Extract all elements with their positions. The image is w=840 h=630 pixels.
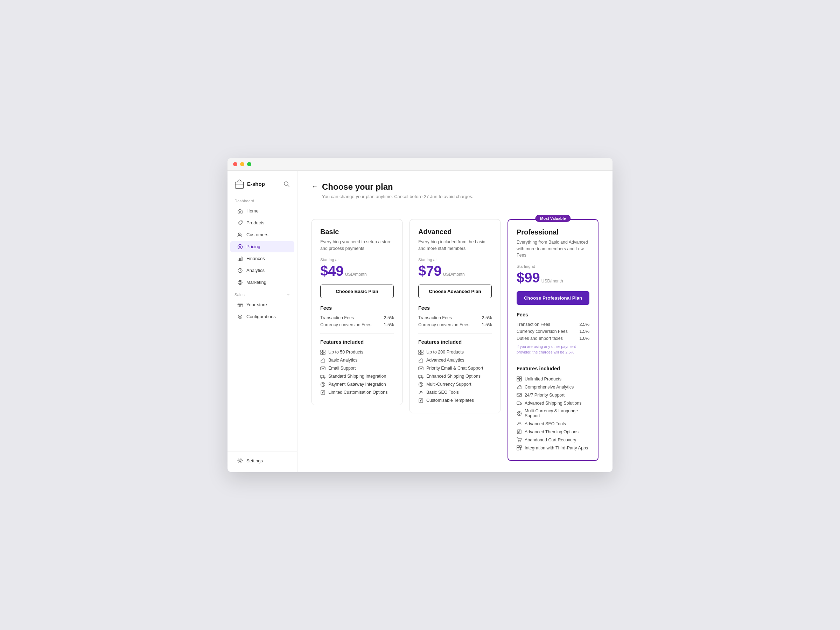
feature-item: Unlimited Products	[516, 375, 589, 383]
features-title-basic: Features included	[320, 339, 394, 345]
svg-point-5	[239, 233, 240, 235]
svg-rect-34	[422, 350, 423, 352]
feature-label: Enhanced Shipping Options	[426, 374, 480, 379]
header-divider	[311, 209, 598, 209]
fee-value: 1.5%	[482, 322, 492, 327]
feature-icon-shipping	[418, 374, 423, 379]
price-amount-advanced: $79	[418, 263, 442, 279]
sidebar-item-settings-label: Settings	[246, 458, 287, 463]
sales-chevron-icon	[287, 293, 290, 297]
sidebar-item-your-store[interactable]: Your store	[230, 299, 294, 311]
fee-label: Currency conversion Fees	[418, 322, 469, 327]
features-section-professional: Features included Unlimited Products Com…	[516, 366, 589, 452]
sidebar-item-home[interactable]: Home	[230, 205, 294, 217]
choose-btn-professional[interactable]: Choose Professional Plan	[516, 291, 589, 305]
price-period-professional: USD/month	[542, 279, 563, 284]
search-icon[interactable]	[283, 181, 290, 188]
feature-item: Customisable Templates	[418, 396, 492, 404]
starting-at-advanced: Starting at	[418, 257, 492, 262]
feature-label: Multi-Currency & Language Support	[525, 409, 589, 418]
sidebar-item-finances-label: Finances	[246, 256, 287, 261]
feature-item: Payment Gateway Integration	[320, 381, 394, 388]
home-icon	[237, 208, 243, 214]
feature-label: Advanced SEO Tools	[525, 422, 566, 426]
sliders-icon	[237, 314, 243, 319]
svg-rect-10	[241, 257, 242, 261]
dot-green[interactable]	[247, 162, 251, 166]
sidebar-item-pricing[interactable]: $ Pricing	[230, 241, 294, 253]
target-icon	[237, 279, 243, 285]
feature-icon-grid	[418, 350, 423, 355]
feature-icon-email	[516, 392, 522, 398]
fee-row: Transaction Fees 2.5%	[320, 314, 394, 321]
svg-rect-0	[235, 182, 243, 188]
fee-row: Currency conversion Fees 1.5%	[516, 328, 589, 335]
svg-rect-48	[517, 379, 519, 382]
feature-label: Payment Gateway Integration	[328, 382, 386, 387]
fees-divider-professional	[516, 360, 589, 360]
svg-rect-62	[520, 445, 522, 448]
users-icon	[237, 232, 243, 238]
svg-rect-22	[321, 352, 323, 355]
feature-icon-seo	[418, 390, 423, 395]
svg-rect-8	[238, 259, 239, 261]
sidebar-item-configurations[interactable]: Configurations	[230, 311, 294, 322]
plan-card-advanced: Advanced Everything included from the ba…	[409, 219, 501, 413]
svg-rect-21	[324, 350, 325, 352]
feature-item: Email Support	[320, 364, 394, 373]
feature-item: 24/7 Priority Support	[516, 391, 589, 399]
feature-item: Integration with Third-Party Apps	[516, 444, 589, 452]
sidebar-item-customers[interactable]: Customers	[230, 229, 294, 240]
fee-note: If you are using any other payment provi…	[516, 344, 589, 355]
feature-label: Up to 200 Products	[426, 350, 464, 355]
dot-red[interactable]	[233, 162, 237, 166]
feature-item: Multi-Currency & Language Support	[516, 407, 589, 420]
price-row-advanced: $79 USD/month	[418, 263, 492, 279]
sidebar-item-analytics[interactable]: Analytics	[230, 265, 294, 276]
sidebar-item-settings[interactable]: Settings	[230, 455, 294, 466]
svg-point-52	[518, 404, 518, 405]
feature-icon-grid	[320, 350, 325, 355]
choose-btn-advanced[interactable]: Choose Advanced Plan	[418, 284, 492, 298]
feature-icon-edit	[320, 390, 325, 395]
price-amount-professional: $99	[516, 270, 540, 286]
feature-item: Advanced Shipping Solutions	[516, 399, 589, 407]
plan-desc-professional: Everything from Basic and Advanced with …	[516, 239, 589, 259]
dot-yellow[interactable]	[240, 162, 244, 166]
feature-item: Advanced Theming Options	[516, 428, 589, 436]
fees-divider-basic	[320, 333, 394, 333]
feature-icon-analytics	[418, 358, 423, 363]
feature-label: Limited Customisation Options	[328, 390, 388, 395]
sidebar-item-finances[interactable]: Finances	[230, 253, 294, 264]
fee-row: Transaction Fees 2.5%	[418, 314, 492, 321]
feature-item: Comprehensive Analytics	[516, 383, 589, 391]
page-title: Choose your plan	[322, 182, 393, 192]
page-subtitle: You can change your plan anytime. Cancel…	[322, 194, 598, 199]
feature-label: Comprehensive Analytics	[525, 385, 574, 390]
section-label-dashboard: Dashboard	[227, 194, 297, 205]
page-header: ← Choose your plan	[311, 182, 598, 192]
feature-label: Unlimited Products	[525, 377, 561, 382]
choose-btn-basic[interactable]: Choose Basic Plan	[320, 284, 394, 298]
price-amount-basic: $49	[320, 263, 344, 279]
feature-label: Basic SEO Tools	[426, 390, 459, 395]
fee-row: Duties and Import taxes 1.0%	[516, 335, 589, 342]
svg-point-59	[518, 441, 519, 442]
sidebar-item-products[interactable]: Products	[230, 217, 294, 229]
dollar-icon: $	[237, 244, 243, 249]
plan-card-professional: Most Valuable Professional Everything fr…	[507, 219, 598, 461]
svg-rect-9	[240, 258, 241, 261]
features-title-professional: Features included	[516, 366, 589, 371]
back-button[interactable]: ←	[311, 183, 318, 190]
feature-label: 24/7 Priority Support	[525, 393, 565, 398]
svg-point-39	[419, 377, 420, 378]
svg-rect-51	[517, 402, 520, 404]
feature-label: Priority Email & Chat Support	[426, 366, 483, 371]
fee-value: 1.5%	[384, 322, 394, 327]
svg-point-17	[238, 315, 242, 319]
fee-value: 2.5%	[482, 315, 492, 320]
feature-icon-edit	[418, 398, 423, 403]
svg-point-40	[422, 377, 422, 378]
feature-item: Multi-Currency Support	[418, 381, 492, 388]
sidebar-item-marketing[interactable]: Marketing	[230, 277, 294, 288]
